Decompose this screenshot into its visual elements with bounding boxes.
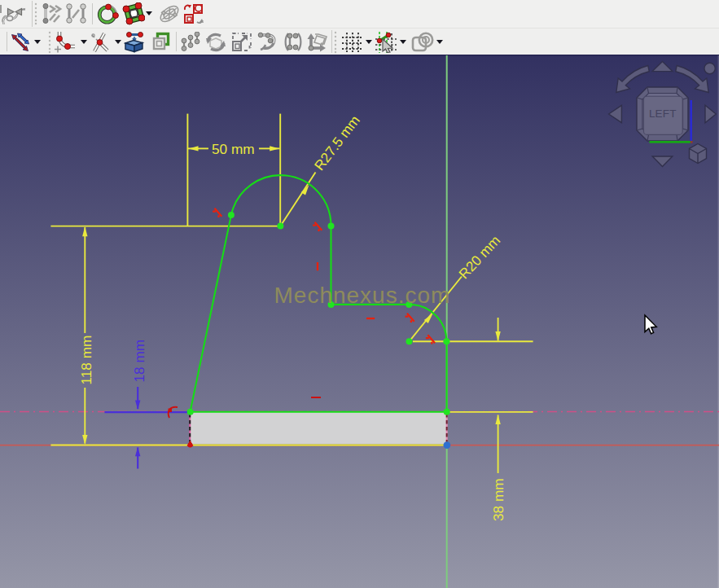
svg-text:18 mm: 18 mm [131,340,147,383]
svg-text:38 mm: 38 mm [490,478,506,521]
svg-text:LEFT: LEFT [649,108,677,120]
svg-text:50 mm: 50 mm [212,141,255,157]
svg-text:118 mm: 118 mm [78,336,94,385]
svg-text:Mechnexus.com: Mechnexus.com [274,283,451,308]
